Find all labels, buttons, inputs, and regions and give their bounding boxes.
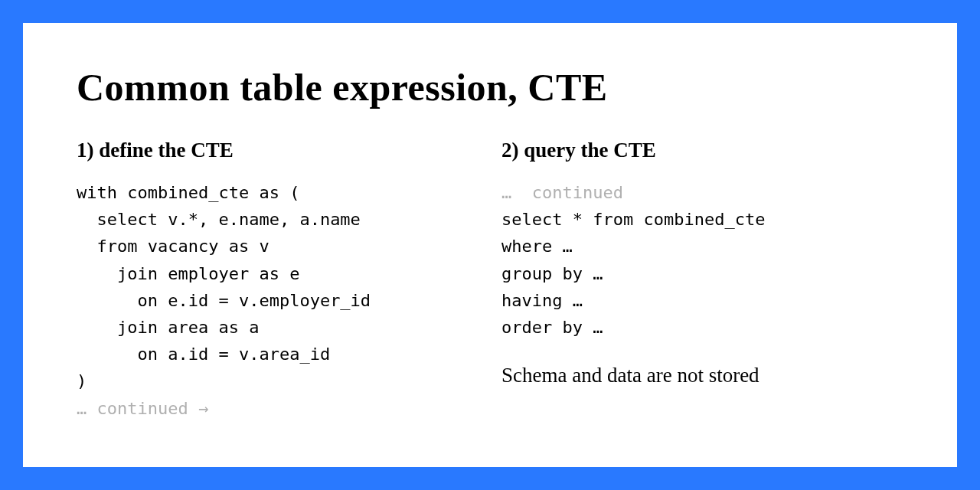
slide-card: Common table expression, CTE 1) define t… (23, 23, 957, 467)
left-code: with combined_cte as ( select v.*, e.nam… (77, 179, 479, 395)
right-continued: … continued (501, 179, 903, 206)
right-note: Schema and data are not stored (501, 364, 903, 387)
right-column: 2) query the CTE … continued select * fr… (501, 139, 903, 422)
columns-container: 1) define the CTE with combined_cte as (… (77, 139, 903, 422)
left-continued: … continued → (77, 395, 479, 422)
right-code: select * from combined_cte where … group… (501, 206, 903, 341)
left-column: 1) define the CTE with combined_cte as (… (77, 139, 479, 422)
right-heading: 2) query the CTE (501, 139, 903, 162)
slide-title: Common table expression, CTE (77, 65, 903, 109)
left-heading: 1) define the CTE (77, 139, 479, 162)
